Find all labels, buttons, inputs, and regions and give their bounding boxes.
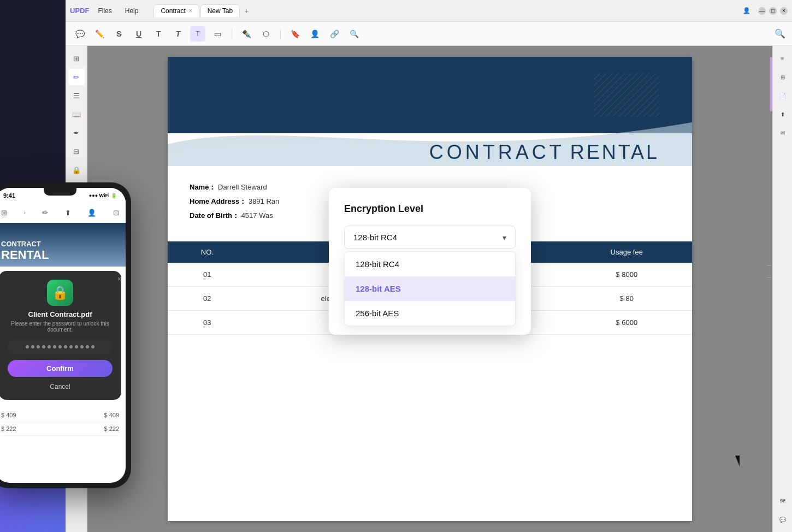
pencil-icon[interactable]: ✒️ bbox=[239, 26, 254, 42]
new-tab-button[interactable]: + bbox=[241, 5, 252, 16]
sidebar-signature[interactable]: ✒ bbox=[68, 125, 85, 141]
phone-signal: ●●● WiFi 🔋 bbox=[89, 193, 117, 198]
textbox-icon[interactable]: T bbox=[170, 26, 186, 42]
selected-option: 128-bit RC4 bbox=[353, 233, 397, 242]
tab-new[interactable]: New Tab bbox=[200, 4, 240, 17]
phone-time: 9:41 bbox=[3, 192, 15, 199]
phone-notch bbox=[44, 188, 76, 196]
right-sidebar-bottom-2[interactable]: 💬 bbox=[775, 511, 791, 528]
strikethrough-icon[interactable]: S bbox=[111, 26, 127, 42]
menu-bar: Files Help bbox=[96, 6, 140, 16]
dot-1 bbox=[26, 345, 29, 348]
chevron-down-icon: ▾ bbox=[503, 233, 506, 242]
pdf-address-label: Home Address： bbox=[190, 197, 246, 205]
sidebar-annotation[interactable]: ✏ bbox=[68, 69, 85, 85]
underline-icon[interactable]: U bbox=[131, 26, 146, 42]
right-sidebar-icon-4[interactable]: ⬆ bbox=[775, 106, 791, 122]
phone-contract-text: CONTRACT bbox=[1, 240, 49, 248]
option-128-rc4[interactable]: 128-bit RC4 bbox=[345, 252, 515, 276]
highlight-icon[interactable]: ✏️ bbox=[92, 26, 107, 42]
option-128-aes[interactable]: 128-bit AES bbox=[345, 276, 515, 301]
phone-dialog[interactable]: × 🔒 Client Contract.pdf Please enter the… bbox=[0, 271, 121, 400]
pdf-dob-value: 4517 Was bbox=[241, 211, 273, 220]
phone-pencil-icon[interactable]: ✏ bbox=[42, 209, 48, 217]
right-sidebar-icon-3[interactable]: 📄 bbox=[775, 87, 791, 104]
scroll-thumb[interactable] bbox=[770, 57, 772, 111]
phone-table-area: $ 409 $ 409 $ 222 $ 222 bbox=[0, 404, 126, 440]
dropdown-menu: 128-bit RC4 128-bit AES 256-bit AES bbox=[344, 251, 516, 326]
phone-confirm-button[interactable]: Confirm bbox=[8, 360, 113, 377]
dot-11 bbox=[80, 345, 84, 348]
stamp-icon[interactable]: 🔖 bbox=[287, 26, 303, 42]
phone-table-row-1: $ 409 $ 409 bbox=[1, 409, 119, 422]
maximize-button[interactable]: □ bbox=[769, 7, 777, 15]
person-icon[interactable]: 👤 bbox=[307, 26, 322, 42]
phone-toolbar: ⊞ › ✏ ⬆ 👤 ⊡ bbox=[0, 203, 126, 223]
phone-cancel-button[interactable]: Cancel bbox=[8, 383, 113, 391]
phone-row2-col1: $ 222 bbox=[1, 425, 16, 432]
phone-pdf-title-area: CONTRACT RENTAL bbox=[1, 240, 49, 262]
phone-home-icon[interactable]: ⊞ bbox=[1, 209, 7, 217]
select-container: 128-bit RC4 ▾ 128-bit RC4 128-bit AES 25… bbox=[344, 226, 516, 326]
formula-icon[interactable]: T bbox=[190, 26, 205, 42]
markup-icon[interactable]: ▭ bbox=[210, 26, 225, 42]
row2-no: 02 bbox=[168, 287, 247, 311]
dot-10 bbox=[75, 345, 78, 348]
phone-scan-icon[interactable]: ⊡ bbox=[113, 209, 119, 217]
app-logo: UPDF bbox=[70, 7, 89, 15]
dialog-title: Encryption Level bbox=[344, 203, 516, 215]
sidebar-security[interactable]: 🔒 bbox=[68, 162, 85, 178]
row2-usage: $ 80 bbox=[561, 287, 692, 311]
tab-contract-close[interactable]: × bbox=[189, 8, 192, 14]
link-icon[interactable]: 🔗 bbox=[327, 26, 342, 42]
right-search[interactable]: 🔍 bbox=[775, 28, 785, 39]
encryption-dialog[interactable]: Encryption Level 128-bit RC4 ▾ 128-bit R… bbox=[329, 188, 531, 335]
pdf-title: CONTRACTRENTAL bbox=[429, 131, 659, 166]
sidebar-book[interactable]: 📖 bbox=[68, 106, 85, 122]
phone-password-field[interactable] bbox=[8, 339, 113, 354]
phone-screen: 9:41 ●●● WiFi 🔋 ⊞ › ✏ ⬆ 👤 ⊡ CONTRACT REN… bbox=[0, 188, 126, 483]
dot-5 bbox=[48, 345, 51, 348]
sidebar-home[interactable]: ⊞ bbox=[68, 50, 85, 67]
dot-3 bbox=[37, 345, 40, 348]
phone-dialog-subtitle: Please enter the password to unlock this… bbox=[8, 321, 113, 333]
row3-no: 03 bbox=[168, 311, 247, 335]
phone-frame: 9:41 ●●● WiFi 🔋 ⊞ › ✏ ⬆ 👤 ⊡ CONTRACT REN… bbox=[0, 182, 131, 488]
main-area: ⊞ ✏ ☰ 📖 ✒ ⊟ 🔒 bbox=[66, 46, 792, 532]
encryption-select[interactable]: 128-bit RC4 ▾ bbox=[344, 226, 516, 249]
menu-help[interactable]: Help bbox=[123, 6, 141, 16]
phone-person-icon[interactable]: 👤 bbox=[87, 209, 96, 217]
option-256-aes[interactable]: 256-bit AES bbox=[345, 301, 515, 326]
pdf-name-label: Name： bbox=[190, 183, 216, 191]
dot-13 bbox=[91, 345, 94, 348]
window-controls: 👤 — □ × bbox=[743, 7, 788, 15]
right-sidebar-icon-2[interactable]: ⊞ bbox=[775, 69, 791, 85]
close-button[interactable]: × bbox=[780, 7, 788, 15]
sidebar-page[interactable]: ☰ bbox=[68, 87, 85, 104]
pdf-rental-text: RENTAL bbox=[570, 141, 659, 163]
dot-9 bbox=[69, 345, 73, 348]
row1-no: 01 bbox=[168, 263, 247, 287]
text-icon[interactable]: T bbox=[151, 26, 166, 42]
sidebar-organize[interactable]: ⊟ bbox=[68, 143, 85, 159]
menu-files[interactable]: Files bbox=[96, 6, 114, 16]
right-sidebar-bottom-1[interactable]: 🗺 bbox=[775, 493, 791, 509]
pdf-area[interactable]: CONTRACTRENTAL Name： Darrell Steward bbox=[87, 46, 772, 532]
phone-share-icon[interactable]: ⬆ bbox=[65, 209, 71, 217]
mouse-cursor bbox=[735, 456, 740, 466]
right-sidebar-icon-5[interactable]: ✉ bbox=[775, 125, 791, 141]
col-no: NO. bbox=[168, 241, 247, 263]
shapes-icon[interactable]: ⬡ bbox=[258, 26, 274, 42]
phone-pdf-header: CONTRACT RENTAL bbox=[0, 223, 126, 267]
tab-contract[interactable]: Contract × bbox=[153, 4, 199, 17]
phone-dialog-close-icon[interactable]: × bbox=[117, 275, 121, 283]
col-usage: Usage fee bbox=[561, 241, 692, 263]
right-sidebar-icon-1[interactable]: ≡ bbox=[775, 50, 791, 67]
user-icon: 👤 bbox=[743, 7, 750, 14]
search-icon[interactable]: 🔍 bbox=[346, 26, 362, 42]
right-sidebar: ≡ ⊞ 📄 ⬆ ✉ 🗺 💬 bbox=[772, 46, 792, 532]
tab-contract-label: Contract bbox=[161, 7, 185, 15]
comment-icon[interactable]: 💬 bbox=[72, 26, 87, 42]
toolbar: 💬 ✏️ S U T T T ▭ ✒️ ⬡ 🔖 👤 🔗 🔍 🔍 bbox=[66, 22, 792, 46]
minimize-button[interactable]: — bbox=[758, 7, 766, 15]
